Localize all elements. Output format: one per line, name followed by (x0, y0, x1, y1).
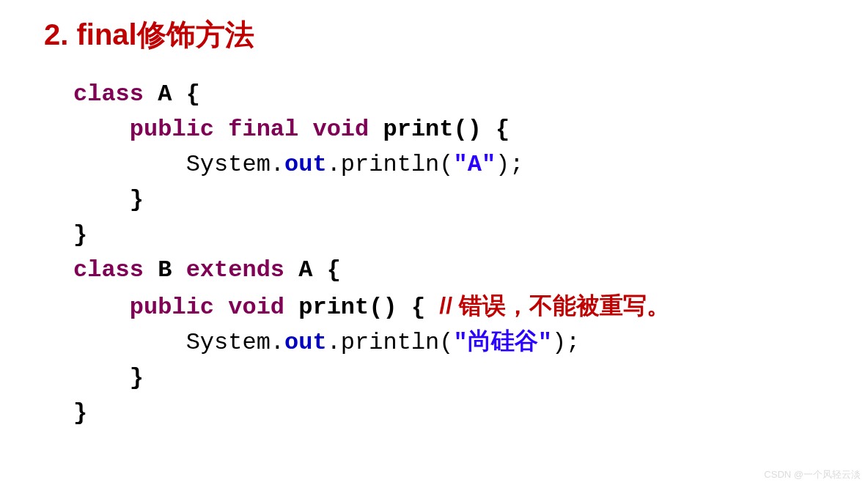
indent (73, 116, 130, 143)
code-line: class B extends A { (73, 253, 824, 288)
field-out: out (284, 329, 327, 356)
text: System. (186, 329, 284, 356)
code-line: } (73, 182, 824, 218)
watermark: CSDN @一个风轻云淡 (764, 468, 861, 481)
text: ); (552, 329, 580, 356)
keyword-class: class (73, 256, 144, 284)
code-line: System.out.println("尚硅谷"); (73, 325, 824, 360)
keyword-void: void (312, 116, 369, 143)
text: System. (186, 151, 284, 178)
space (214, 294, 228, 321)
method-name: print() { (298, 294, 439, 321)
space (369, 116, 383, 143)
keyword-public: public (130, 294, 214, 321)
code-line: } (73, 396, 824, 431)
text: ); (496, 151, 523, 178)
identifier: B (144, 256, 186, 284)
error-comment: // 错误，不能被重写。 (439, 292, 670, 319)
keyword-public: public (130, 116, 214, 143)
text: .println( (327, 151, 454, 178)
keyword-final: final (228, 116, 298, 143)
code-line: public void print() { // 错误，不能被重写。 (73, 288, 824, 325)
keyword-class: class (73, 81, 144, 108)
code-line: class A { (73, 77, 824, 112)
code-line: } (73, 360, 824, 396)
string-literal: "尚硅谷" (453, 329, 551, 356)
indent (73, 294, 130, 321)
identifier: A { (284, 256, 341, 284)
section-heading: 2. final修饰方法 (44, 15, 824, 55)
space (298, 116, 312, 143)
string-literal: "A" (453, 151, 496, 178)
method-name: print() { (383, 116, 510, 143)
space (284, 294, 298, 321)
code-block: class A { public final void print() { Sy… (44, 77, 824, 431)
indent (73, 151, 186, 178)
indent (73, 329, 186, 356)
space (214, 116, 228, 143)
code-line: System.out.println("A"); (73, 147, 824, 182)
code-line: public final void print() { (73, 112, 824, 147)
code-line: } (73, 218, 824, 253)
keyword-void: void (228, 294, 284, 321)
field-out: out (284, 151, 327, 178)
text: .println( (327, 329, 454, 356)
keyword-extends: extends (186, 256, 284, 284)
identifier: A { (144, 81, 200, 108)
